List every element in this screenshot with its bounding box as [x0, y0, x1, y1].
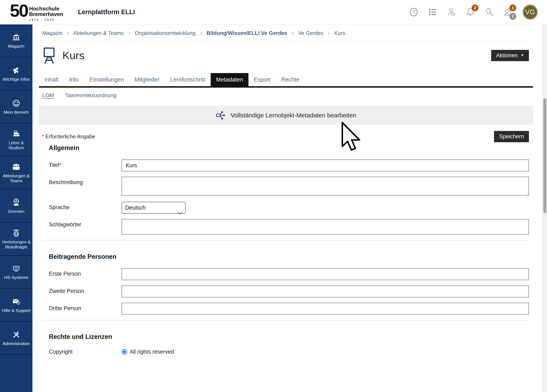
copyright-label: Copyright [49, 349, 122, 355]
app-title: Lernplattform ELLI [78, 8, 135, 16]
schlagwoerter-input[interactable] [122, 219, 529, 235]
form-header-row: * Erforderliche Angabe Speichern [39, 131, 533, 142]
schlagwoerter-label: Schlagwörter [49, 219, 122, 235]
tab-info[interactable]: Info [64, 73, 84, 86]
sprache-select[interactable]: Deutsch [122, 202, 186, 214]
sidebar-item-hilfe-support[interactable]: ? Hilfe & Support [0, 289, 33, 322]
form-row-copyright: Copyright All rights reserved [39, 349, 533, 355]
tab-bar: Inhalt Info Einstellungen Mitglieder Ler… [39, 73, 533, 88]
monitor-icon: *** [12, 264, 21, 273]
breadcrumb-item-bildung-wissen[interactable]: Bildung/Wissen/ELLI Ve Gerdes [206, 30, 287, 36]
smiley-icon [12, 99, 21, 108]
megaphone-icon [12, 66, 21, 75]
dritte-person-control [122, 303, 529, 315]
breadcrumb-item-magazin[interactable]: Magazin [42, 30, 62, 36]
required-note: * Erforderliche Angabe [42, 133, 95, 140]
hochschule-bremerhaven-logo[interactable]: 50 Hochschule Bremerhaven 1975 - 2025 [10, 3, 63, 21]
subtab-taxonomiezuordnung[interactable]: Taxonomiezuordnung [65, 92, 116, 99]
beschreibung-label: Beschreibung [49, 177, 122, 196]
globe-people-icon [12, 229, 21, 237]
sprache-control: Deutsch [122, 202, 529, 214]
section-allgemein: Titel* Beschreibung Sprache Deutsch [39, 159, 533, 235]
logo-line2: Bremerhaven [29, 11, 63, 17]
chevron-right-icon: › [292, 30, 294, 36]
svg-text:?: ? [18, 302, 19, 304]
vertical-scrollbar[interactable] [542, 24, 547, 392]
breadcrumb-item-abteilungen[interactable]: Abteilungen & Teams [74, 30, 124, 36]
sidebar-item-mein-bereich[interactable]: Mein Bereich [0, 90, 33, 123]
aktionen-button[interactable]: Aktionen ▼ [491, 50, 529, 61]
tab-einstellungen[interactable]: Einstellungen [84, 73, 129, 86]
copyright-option-all-rights-reserved[interactable]: All rights reserved [122, 349, 174, 355]
main-navigation-sidebar: Magazin Wichtige Infos Mein Bereich [0, 24, 33, 392]
header-icon-bar: ? ! [409, 4, 538, 20]
sidebar-label: HS-Systeme [3, 275, 29, 280]
sidebar-label: Wichtige Infos [2, 77, 30, 82]
erste-person-label: Erste Person [49, 268, 122, 280]
radio-dot [123, 351, 126, 353]
tab-metadaten[interactable]: Metadaten [211, 73, 248, 86]
sidebar-label: Abteilungen & Teams [0, 173, 33, 183]
sidebar-label: Magazin [7, 44, 25, 49]
contacts-badge-new: 1 [509, 5, 516, 11]
svg-text:!: ! [452, 12, 453, 15]
chevron-right-icon: › [67, 30, 69, 36]
sidebar-item-lehre-studium[interactable]: Lehre & Studium [0, 123, 33, 157]
mail-question-icon: ? [12, 297, 21, 306]
sidebar-item-hs-systeme[interactable]: *** HS-Systeme [0, 256, 33, 289]
edit-full-metadata-banner[interactable]: Vollständige Lernobjekt-Metadaten bearbe… [39, 106, 533, 125]
notifications-bell-icon[interactable]: 2 [466, 7, 475, 17]
form-row-sprache: Sprache Deutsch [39, 202, 533, 214]
help-icon[interactable]: ? [409, 7, 418, 17]
page-title-row: Kurs Aktionen ▼ [39, 45, 533, 66]
awareness-user-icon[interactable]: ! [447, 7, 456, 17]
sidebar-item-gremien[interactable]: Gremien [0, 190, 33, 223]
tab-rechte[interactable]: Rechte [276, 73, 305, 86]
aktionen-label: Aktionen [496, 52, 518, 59]
tab-mitglieder[interactable]: Mitglieder [129, 73, 165, 86]
beschreibung-control [122, 177, 529, 196]
scrollbar-thumb[interactable] [543, 98, 546, 213]
sidebar-item-vertretungen-beauftragte[interactable]: Vertretungen & Beauftragte [0, 223, 33, 256]
erste-person-control [122, 268, 529, 280]
search-icon[interactable] [485, 7, 494, 17]
zweite-person-input[interactable] [122, 285, 529, 297]
form-row-titel: Titel* [39, 159, 533, 171]
breadcrumb-item-organisationsentwicklung[interactable]: Organisationsentwicklung [135, 30, 195, 36]
tab-export[interactable]: Export [248, 73, 276, 86]
sidebar-label: Hilfe & Support [1, 308, 31, 313]
speichern-button[interactable]: Speichern [494, 131, 529, 142]
sidebar-item-administration[interactable]: Administration [0, 322, 33, 355]
erste-person-input[interactable] [122, 268, 529, 280]
titel-input[interactable] [122, 159, 529, 171]
section-divider [42, 320, 529, 320]
sidebar-item-magazin[interactable]: Magazin [0, 24, 33, 57]
breadcrumb-item-kurs[interactable]: Kurs [334, 30, 345, 36]
user-avatar[interactable]: VG [522, 4, 538, 20]
sidebar-label: Vertretungen & Beauftragte [0, 239, 33, 249]
sidebar-item-abteilungen-teams[interactable]: Abteilungen & Teams [0, 157, 33, 190]
sidebar-label: Lehre & Studium [0, 140, 33, 150]
chevron-right-icon: › [128, 30, 130, 36]
logo-line1: Hochschule [29, 6, 59, 12]
form-row-zweite-person: Zweite Person [39, 285, 533, 297]
form-row-dritte-person: Dritte Person [39, 303, 533, 315]
dritte-person-input[interactable] [122, 303, 529, 315]
radio-selected-icon[interactable] [122, 349, 127, 355]
schlagwoerter-control [122, 219, 529, 235]
contacts-icon[interactable]: 1 1 [504, 7, 513, 17]
svg-text:***: *** [14, 266, 18, 270]
titel-label: Titel* [49, 159, 122, 171]
beschreibung-textarea[interactable] [122, 177, 529, 196]
subtab-lom[interactable]: LOM [42, 92, 54, 99]
bank-icon [12, 33, 21, 42]
tab-inhalt[interactable]: Inhalt [39, 73, 64, 86]
todo-list-icon[interactable] [428, 7, 437, 17]
sidebar-item-wichtige-infos[interactable]: Wichtige Infos [0, 57, 33, 90]
breadcrumb-item-ve-gerdes[interactable]: Ve Gerdes [298, 30, 323, 36]
people-group-icon [12, 162, 21, 171]
titel-control [122, 159, 529, 171]
titel-required-asterisk: * [59, 162, 62, 168]
app-window: 50 Hochschule Bremerhaven 1975 - 2025 Le… [0, 0, 547, 392]
tab-lernfortschritt[interactable]: Lernfortschritt [165, 73, 211, 86]
